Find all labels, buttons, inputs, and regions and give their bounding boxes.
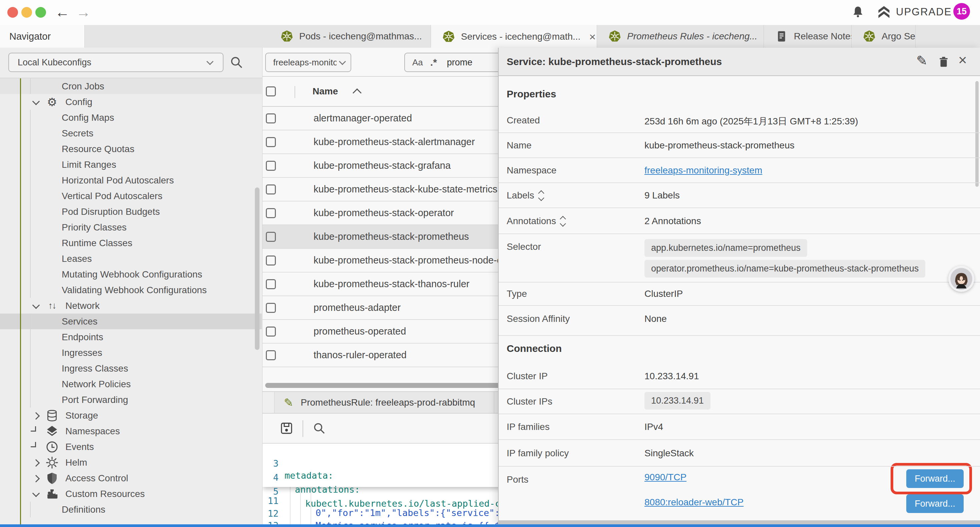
close-panel-icon[interactable]: × xyxy=(958,52,967,68)
separator xyxy=(499,282,980,282)
tab-label: Pods - icecheng@mathmas... xyxy=(299,31,422,42)
notifications-bell-icon[interactable] xyxy=(851,5,865,19)
sort-toggle-icon[interactable] xyxy=(539,191,543,200)
row-checkbox[interactable] xyxy=(266,255,276,266)
sidebar-item[interactable]: Definitions xyxy=(0,502,262,517)
sidebar-item[interactable]: Config Maps xyxy=(0,110,262,126)
sidebar-item[interactable]: Port Forwarding xyxy=(0,392,262,408)
service-name: kube-prometheus-stack-kube-state-metrics xyxy=(313,184,497,195)
forward-annotation: Forward... xyxy=(906,469,964,488)
sidebar-item[interactable]: Vertical Pod Autoscalers xyxy=(0,188,262,204)
sidebar-item[interactable]: Horizontal Pod Autoscalers xyxy=(0,172,262,188)
notification-count-badge[interactable]: 15 xyxy=(953,3,970,20)
tree-chevron-icon[interactable] xyxy=(31,97,45,107)
sidebar-item[interactable]: Runtime Classes xyxy=(0,235,262,251)
annotations-label[interactable]: Annotations xyxy=(507,216,565,226)
select-all-checkbox[interactable] xyxy=(266,86,276,96)
sidebar-item[interactable]: ⚙ Config xyxy=(0,94,262,110)
minimize-window-button[interactable] xyxy=(21,7,32,18)
row-checkbox[interactable] xyxy=(266,185,276,194)
sidebar-item[interactable]: Endpoints xyxy=(0,329,262,345)
editor-tab[interactable]: Release Notes xyxy=(764,25,851,48)
sidebar-item[interactable]: Mutating Webhook Configurations xyxy=(0,266,262,282)
close-tab-icon[interactable]: × xyxy=(589,30,596,43)
sidebar-item[interactable]: Cron Jobs xyxy=(0,78,262,94)
row-checkbox[interactable] xyxy=(266,137,276,147)
sidebar-item[interactable]: Secrets xyxy=(0,126,262,141)
dock-tab[interactable]: ✎ PrometheusRule: freeleaps-prod-rabbitm… xyxy=(274,392,494,413)
separator xyxy=(302,420,303,437)
port-link[interactable]: 9090/TCP xyxy=(644,472,686,482)
search-icon[interactable] xyxy=(313,422,326,435)
service-detail-panel: Service: kube-prometheus-stack-prometheu… xyxy=(498,48,980,524)
match-case-icon[interactable]: Aa xyxy=(412,57,423,68)
sidebar-item[interactable]: Leases xyxy=(0,251,262,266)
sidebar-scrollbar[interactable] xyxy=(255,188,259,350)
tree-chevron-icon[interactable] xyxy=(31,442,45,452)
tree-chevron-icon[interactable] xyxy=(31,301,45,311)
sidebar-item[interactable]: Namespaces xyxy=(0,423,262,439)
sidebar-item[interactable]: Events xyxy=(0,439,262,455)
tree-chevron-icon[interactable] xyxy=(31,426,45,436)
sidebar-item[interactable]: Pod Disruption Budgets xyxy=(0,204,262,220)
sidebar-item[interactable]: Storage xyxy=(0,408,262,423)
sidebar-item[interactable]: Custom Resources xyxy=(0,486,262,502)
forward-button[interactable]: Forward... xyxy=(906,494,964,513)
close-window-button[interactable] xyxy=(7,7,18,18)
row-checkbox[interactable] xyxy=(266,232,276,242)
back-button[interactable]: ← xyxy=(55,3,70,21)
row-checkbox[interactable] xyxy=(266,208,276,218)
tab-label: Release Notes xyxy=(794,31,851,42)
sort-toggle-icon[interactable] xyxy=(561,217,565,226)
row-checkbox[interactable] xyxy=(266,326,276,336)
row-checkbox[interactable] xyxy=(266,161,276,171)
sort-ascending-icon[interactable] xyxy=(353,88,361,97)
tree-chevron-icon[interactable] xyxy=(31,489,45,499)
upgrade-label[interactable]: UPGRADE xyxy=(896,6,951,18)
port-link[interactable]: 8080:reloader-web/TCP xyxy=(644,497,743,508)
sidebar-item[interactable]: Services xyxy=(0,314,262,329)
sidebar-item[interactable]: Ingresses xyxy=(0,345,262,361)
tree-chevron-icon[interactable] xyxy=(31,411,45,420)
sidebar-item[interactable]: Limit Ranges xyxy=(0,157,262,172)
labels-label[interactable]: Labels xyxy=(507,190,543,201)
horizontal-scrollbar[interactable] xyxy=(265,383,508,388)
delete-resource-icon[interactable] xyxy=(937,56,950,68)
sidebar-item[interactable]: Helm xyxy=(0,455,262,470)
sidebar-item[interactable]: ↑↓ Network xyxy=(0,298,262,314)
helm-wheel-icon xyxy=(45,456,59,469)
namespace-select[interactable]: freeleaps-monitoring-system xyxy=(265,53,351,72)
save-icon[interactable] xyxy=(279,421,294,436)
search-icon[interactable] xyxy=(229,56,243,69)
editor-tab[interactable]: Pods - icecheng@mathmas... xyxy=(269,25,431,48)
assistant-avatar[interactable] xyxy=(948,266,974,292)
editor-tab[interactable]: Services - icecheng@math... × xyxy=(431,25,597,48)
row-checkbox[interactable] xyxy=(266,303,276,313)
editor-tab[interactable]: Argo Se xyxy=(851,25,916,48)
upgrade-icon[interactable] xyxy=(877,5,891,19)
sidebar-item[interactable]: Resource Quotas xyxy=(0,141,262,157)
regex-icon[interactable]: .* xyxy=(430,57,437,68)
kubeconfig-select[interactable]: Local Kubeconfigs xyxy=(8,53,223,72)
name-column-header[interactable]: Name xyxy=(313,86,338,97)
forward-button[interactable]: Forward... xyxy=(906,469,964,488)
namespace-link[interactable]: freeleaps-monitoring-system xyxy=(644,165,762,176)
maximize-window-button[interactable] xyxy=(35,7,46,18)
tree-chevron-icon[interactable] xyxy=(31,458,45,468)
row-checkbox[interactable] xyxy=(266,113,276,123)
sidebar-item[interactable]: Access Control xyxy=(0,470,262,486)
panel-scrollbar[interactable] xyxy=(975,81,978,187)
sidebar-item[interactable]: Validating Webhook Configurations xyxy=(0,282,262,298)
sidebar-item[interactable]: Network Policies xyxy=(0,376,262,392)
row-checkbox[interactable] xyxy=(266,279,276,289)
sidebar-item[interactable]: Priority Classes xyxy=(0,220,262,235)
navigator-tab[interactable]: Navigator xyxy=(0,25,85,48)
forward-button[interactable]: → xyxy=(76,3,91,21)
tree-chevron-icon[interactable] xyxy=(31,473,45,483)
sidebar-item[interactable]: Ingress Classes xyxy=(0,361,262,376)
separator xyxy=(499,520,980,524)
property-row: Namespace freeleaps-monitoring-system xyxy=(499,158,980,182)
editor-tab[interactable]: Prometheus Rules - icecheng... xyxy=(597,25,764,48)
edit-resource-button[interactable]: ✎ xyxy=(916,55,928,67)
row-checkbox[interactable] xyxy=(266,350,276,360)
